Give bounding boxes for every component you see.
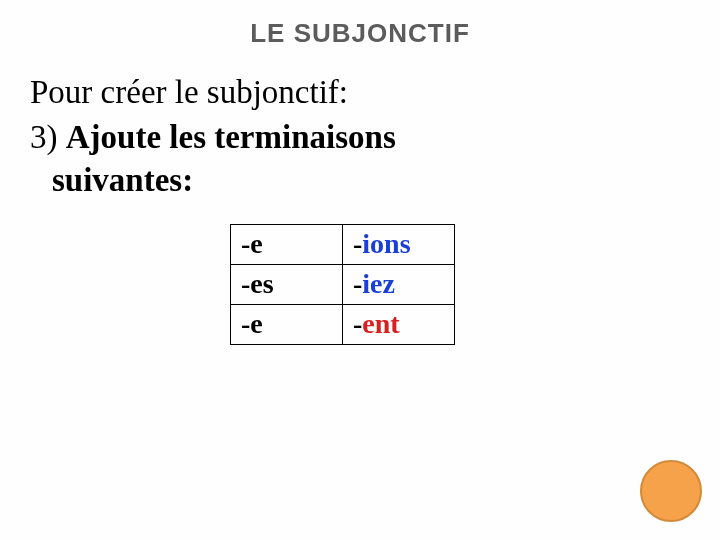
cell-left: -e	[231, 224, 343, 264]
decorative-circle-icon	[640, 460, 702, 522]
cell-right: -ions	[343, 224, 455, 264]
body-line-2-bold: Ajoute les terminaisons	[66, 119, 396, 155]
body-line-2: 3) Ajoute les terminaisons	[30, 116, 690, 159]
endings-table: -e -ions -es -iez -e	[230, 224, 455, 345]
slide: LE SUBJONCTIF Pour créer le subjonctif: …	[0, 0, 720, 540]
cell-left: -es	[231, 264, 343, 304]
slide-body: Pour créer le subjonctif: 3) Ajoute les …	[30, 71, 690, 345]
table-row: -e -ent	[231, 304, 455, 344]
cell-right: -iez	[343, 264, 455, 304]
table-row: -e -ions	[231, 224, 455, 264]
cell-right: -ent	[343, 304, 455, 344]
cell-left: -e	[231, 304, 343, 344]
body-line-1: Pour créer le subjonctif:	[30, 71, 690, 114]
endings-table-wrap: -e -ions -es -iez -e	[230, 224, 690, 345]
step-number: 3)	[30, 119, 66, 155]
body-line-3: suivantes:	[52, 159, 690, 202]
table-row: -es -iez	[231, 264, 455, 304]
slide-title: LE SUBJONCTIF	[30, 18, 690, 49]
